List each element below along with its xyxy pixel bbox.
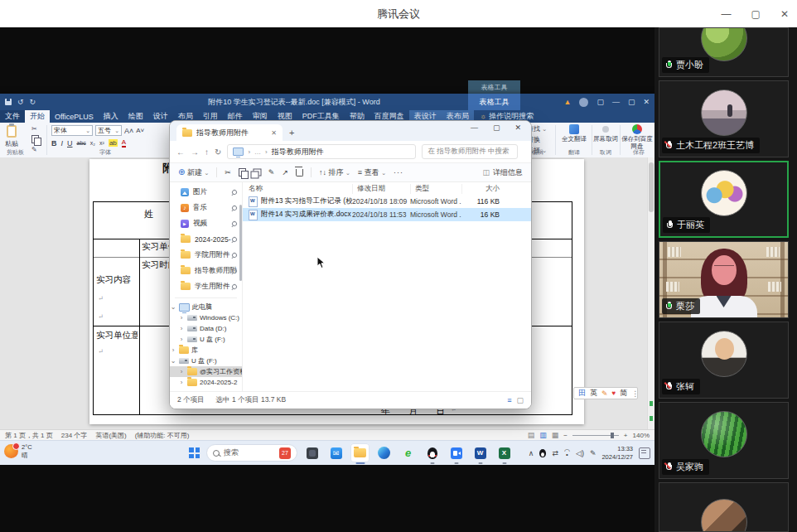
taskbar-app-dark[interactable]	[302, 443, 321, 462]
tree-item-library[interactable]: ›库	[170, 345, 242, 355]
tab-home[interactable]: 开始	[25, 110, 50, 123]
taskbar-app-excel[interactable]	[495, 443, 514, 462]
column-name[interactable]: 名称	[243, 184, 352, 194]
full-translate-button[interactable]: 全文翻译	[558, 124, 590, 143]
read-mode-icon[interactable]: ▤	[528, 431, 535, 439]
save-to-netdisk-button[interactable]: 保存到百度网盘	[621, 124, 653, 150]
taskbar-app-qq[interactable]	[423, 443, 442, 462]
minimize-icon[interactable]: —	[722, 8, 732, 20]
cut-icon[interactable]: ✂	[225, 168, 231, 177]
participant-tile[interactable]: 张轲	[659, 322, 789, 399]
explorer-search-box[interactable]: 在 指导教师用附件 中搜索	[422, 144, 518, 159]
undo-icon[interactable]: ↺	[17, 98, 24, 106]
pen-input-icon[interactable]: ✎	[590, 449, 597, 457]
delete-icon[interactable]	[296, 169, 303, 177]
italic-button[interactable]: I	[61, 139, 64, 148]
scrollbar-thumb[interactable]	[649, 162, 654, 212]
paste-icon[interactable]	[253, 169, 261, 177]
superscript-button[interactable]: x²	[99, 140, 104, 146]
taskbar-app-browser[interactable]: e	[398, 443, 418, 462]
weather-widget[interactable]: 2°C 晴	[4, 443, 32, 460]
tab-officeplus[interactable]: OfficePLUS	[50, 110, 99, 123]
file-row-selected[interactable]: 附件14 实习成果评价表.docx 2024/10/18 11:53 Micro…	[243, 208, 531, 221]
underline-button[interactable]: U	[67, 139, 73, 148]
tray-qq-icon[interactable]	[539, 449, 546, 457]
tab-draw[interactable]: 绘图	[123, 110, 148, 123]
participant-tile[interactable]: 贾小盼	[659, 27, 789, 77]
column-date[interactable]: 修改日期	[352, 184, 410, 194]
highlight-button[interactable]: ab	[109, 139, 118, 147]
notification-center-icon[interactable]	[639, 447, 650, 459]
ime-menu-icon[interactable]: ⋮	[631, 389, 639, 398]
current-folder-name[interactable]: 指导教师用附件	[272, 147, 324, 157]
participant-tile[interactable]: 土木工程2班王艺博	[659, 80, 789, 157]
cut-icon[interactable]: ✂	[31, 125, 39, 133]
tree-item-usb-f[interactable]: ›U 盘 (F:)	[170, 334, 242, 345]
explorer-tab[interactable]: 指导教师用附件 ✕	[176, 124, 283, 141]
copy-icon[interactable]	[239, 168, 246, 177]
view-button[interactable]: ≡ 查看 ⌄	[358, 167, 386, 178]
ime-handwriting-icon[interactable]: ✎	[601, 389, 608, 398]
list-view-toggle[interactable]: ≡	[507, 396, 511, 404]
new-tab-button[interactable]: +	[289, 124, 294, 141]
more-options-icon[interactable]: ···	[394, 168, 403, 177]
capture-word-button[interactable]: 屏幕取词	[593, 124, 618, 143]
start-button[interactable]	[187, 446, 201, 460]
taskbar-search[interactable]: 搜索 27	[206, 444, 297, 462]
wifi-icon[interactable]: ◠•	[564, 450, 570, 457]
word-vertical-scrollbar[interactable]	[647, 157, 655, 429]
tree-item-this-pc[interactable]: ⌄此电脑	[170, 302, 242, 312]
shrink-font-icon[interactable]: A˅	[136, 127, 144, 134]
hidden-icons-chevron[interactable]: ∧	[529, 449, 534, 457]
word-count[interactable]: 234 个字	[61, 431, 88, 440]
strikethrough-button[interactable]: abc	[77, 140, 86, 146]
tree-item-drive-c[interactable]: ›Windows (C:)	[170, 312, 242, 323]
sidebar-scrollbar[interactable]	[239, 205, 242, 281]
sort-button[interactable]: ↑↓ 排序 ⌄	[319, 167, 350, 178]
taskbar-app-word[interactable]	[471, 443, 490, 462]
language-indicator[interactable]: 英语(美国)	[95, 431, 126, 440]
zoom-slider[interactable]	[572, 435, 619, 436]
font-name-combo[interactable]: 宋体 ⌄	[51, 125, 93, 136]
tab-insert[interactable]: 插入	[99, 110, 123, 123]
tray-network-arrows-icon[interactable]: ⇄	[552, 449, 558, 457]
sidebar-item-folder[interactable]: 2024-2025-	[170, 231, 242, 247]
close-icon[interactable]: ✕	[780, 8, 789, 20]
details-pane-toggle[interactable]: ◫ 详细信息	[482, 167, 523, 178]
sidebar-item-videos[interactable]: 视频	[170, 215, 242, 231]
copy-icon[interactable]	[31, 135, 39, 143]
subscript-button[interactable]: x₂	[90, 140, 95, 146]
volume-icon[interactable]: ◁)	[576, 449, 584, 457]
tree-item-usb-expanded[interactable]: ⌄U 盘 (F:)	[170, 355, 242, 366]
sidebar-item-pictures[interactable]: 图片	[170, 184, 242, 200]
file-row[interactable]: 附件13 实习指导工作记录 (校内指导教... 2024/10/18 18:09…	[243, 195, 531, 208]
ime-logo-icon[interactable]: 田	[578, 388, 586, 399]
tab-file[interactable]: 文件	[0, 110, 25, 123]
participant-tile[interactable]: 吴家驹	[659, 402, 789, 479]
save-icon[interactable]	[5, 99, 12, 105]
warning-icon[interactable]: ▲	[564, 98, 572, 106]
web-layout-icon[interactable]: ▦	[552, 431, 559, 439]
ime-language-toggle[interactable]: 英	[590, 388, 597, 399]
word-close-icon[interactable]: ✕	[643, 98, 650, 106]
font-size-combo[interactable]: 五号 ⌄	[95, 125, 122, 136]
redo-icon[interactable]: ↻	[30, 98, 36, 106]
paste-button[interactable]: 粘贴	[5, 125, 18, 148]
participant-tile-partial[interactable]	[659, 482, 789, 532]
explorer-maximize-icon[interactable]: ▢	[493, 123, 500, 132]
ime-simplified-toggle[interactable]: 简	[620, 388, 627, 399]
tree-item-drive-d[interactable]: ›Data (D:)	[170, 323, 242, 334]
share-icon[interactable]: ↗	[282, 168, 288, 177]
participant-tile-video[interactable]: 栗莎	[659, 241, 789, 318]
tab-close-icon[interactable]: ✕	[271, 129, 277, 137]
sidebar-item-folder[interactable]: 学生用附件	[170, 278, 242, 294]
format-painter-icon[interactable]: ✎	[31, 146, 39, 153]
account-avatar[interactable]	[579, 98, 588, 107]
up-icon[interactable]: ↑	[205, 148, 209, 157]
rename-icon[interactable]: ✎	[268, 168, 275, 177]
page-indicator[interactable]: 第 1 页，共 1 页	[5, 431, 53, 440]
word-minimize-icon[interactable]: —	[612, 98, 620, 106]
column-type[interactable]: 类型	[410, 184, 461, 194]
tree-item-work-folder[interactable]: ›@实习工作资料	[170, 366, 242, 377]
taskbar-app-meeting[interactable]	[447, 443, 466, 462]
